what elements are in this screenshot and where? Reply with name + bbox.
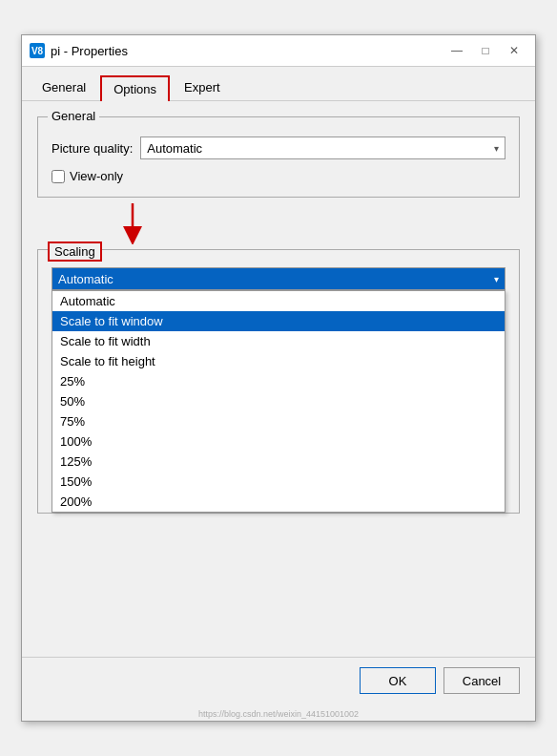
picture-quality-select-wrapper[interactable]: Automatic High Medium Low ▾: [140, 136, 505, 159]
dropdown-item-200[interactable]: 200%: [52, 492, 505, 512]
ok-button[interactable]: OK: [360, 667, 436, 694]
minimize-button[interactable]: —: [444, 41, 470, 60]
picture-quality-label: Picture quality:: [52, 141, 133, 156]
view-only-row: View-only: [52, 169, 505, 183]
view-only-checkbox[interactable]: [52, 170, 65, 183]
picture-quality-select[interactable]: Automatic High Medium Low: [141, 137, 505, 158]
arrow-svg: [104, 201, 180, 244]
spacer: [37, 527, 520, 641]
dropdown-item-150[interactable]: 150%: [52, 472, 505, 492]
dropdown-item-50[interactable]: 50%: [52, 391, 505, 411]
title-bar: V8 pi - Properties — □ ✕: [22, 35, 535, 67]
dropdown-item-automatic[interactable]: Automatic: [52, 291, 505, 311]
general-section: General Picture quality: Automatic High …: [37, 116, 520, 198]
dropdown-item-scale-fit-height[interactable]: Scale to fit height: [52, 351, 505, 371]
app-icon: V8: [30, 43, 45, 58]
watermark: https://blog.csdn.net/weixin_44151001002: [22, 707, 535, 721]
footer: OK Cancel: [22, 657, 535, 707]
scaling-dropdown-trigger[interactable]: Automatic ▾: [52, 267, 505, 290]
tab-general[interactable]: General: [30, 74, 98, 100]
dropdown-item-100[interactable]: 100%: [52, 431, 505, 452]
properties-window: V8 pi - Properties — □ ✕ General Options…: [21, 34, 536, 722]
annotation-arrow: [37, 211, 520, 249]
scaling-dropdown-chevron: ▾: [494, 274, 499, 284]
maximize-button[interactable]: □: [472, 41, 499, 60]
dropdown-item-75[interactable]: 75%: [52, 411, 505, 431]
picture-quality-row: Picture quality: Automatic High Medium L…: [52, 136, 505, 159]
scaling-selected-value: Automatic: [58, 272, 113, 286]
dropdown-item-125[interactable]: 125%: [52, 452, 505, 472]
window-title: pi - Properties: [51, 44, 128, 58]
scaling-dropdown-list: Automatic Scale to fit window Scale to f…: [52, 290, 505, 513]
general-section-label: General: [48, 109, 99, 123]
dropdown-item-scale-fit-width[interactable]: Scale to fit width: [52, 331, 505, 351]
close-button[interactable]: ✕: [501, 41, 527, 60]
content-area: General Picture quality: Automatic High …: [22, 101, 535, 657]
tabs-bar: General Options Expert: [22, 67, 535, 101]
scaling-section-label: Scaling: [48, 242, 102, 262]
view-only-label: View-only: [70, 169, 123, 183]
dropdown-item-25[interactable]: 25%: [52, 371, 505, 391]
title-bar-left: V8 pi - Properties: [30, 43, 128, 58]
cancel-button[interactable]: Cancel: [444, 667, 520, 694]
tab-expert[interactable]: Expert: [172, 74, 233, 100]
title-buttons: — □ ✕: [444, 41, 527, 60]
tab-options[interactable]: Options: [100, 75, 170, 101]
scaling-section: Scaling Automatic ▾ Automatic Scale to f…: [37, 249, 520, 514]
dropdown-item-scale-fit-window[interactable]: Scale to fit window: [52, 311, 505, 331]
